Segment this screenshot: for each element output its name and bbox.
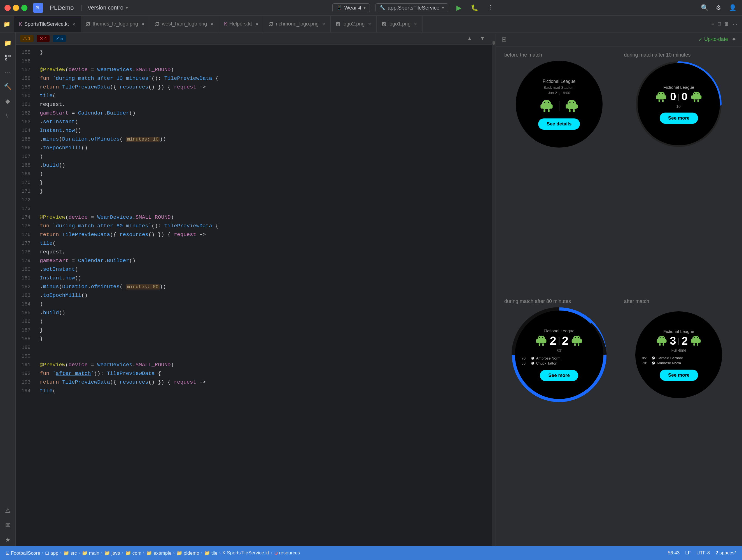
tab-logo1[interactable]: 🖼 logo1.png ✕ xyxy=(377,16,423,33)
code-line-181: Instant.now() xyxy=(40,274,492,283)
svg-rect-19 xyxy=(569,109,571,112)
service-selector[interactable]: 🔧 app.SportsTileService ▾ xyxy=(375,3,448,12)
breadcrumb-footballscore[interactable]: ⊡ FootballScore xyxy=(6,550,40,556)
see-more-button-during80[interactable]: See more xyxy=(540,370,578,381)
file-manager-button[interactable]: 📁 xyxy=(0,16,14,33)
tab-close-logo2[interactable]: ✕ xyxy=(368,22,371,26)
search-icon[interactable]: 🔍 xyxy=(699,3,709,13)
status-right: 56:43 LF UTF-8 2 spaces* xyxy=(668,550,736,556)
breadcrumb-app[interactable]: ⊡ app xyxy=(45,550,58,556)
see-details-button[interactable]: See details xyxy=(538,118,580,130)
code-line-158: fun `during match after 10 minutes`(): T… xyxy=(40,74,492,83)
code-line-185: .build() xyxy=(40,309,492,317)
watch-date-before: Jun 21, 19:00 xyxy=(548,91,570,95)
preview-more-icon[interactable]: ✦ xyxy=(731,36,736,43)
tab-sports-tile[interactable]: K SportsTileService.kt ✕ xyxy=(14,16,81,33)
debug-button[interactable]: 🐛 xyxy=(470,3,480,13)
image-icon-4: 🖼 xyxy=(336,21,340,27)
score-right-during80: 2 xyxy=(562,334,568,348)
sidebar-icon-folder[interactable]: 📁 xyxy=(2,37,14,49)
wear-device-selector[interactable]: 📱 Wear 4 ▾ xyxy=(332,3,370,12)
indent[interactable]: 2 spaces* xyxy=(716,550,736,556)
tab-helpers[interactable]: K Helpers.kt ✕ xyxy=(219,16,264,33)
breadcrumb-pldemo[interactable]: 📁 pldemo xyxy=(176,550,199,556)
settings-icon[interactable]: ⚙ xyxy=(713,3,724,13)
see-more-button-during10[interactable]: See more xyxy=(660,112,698,124)
breadcrumb-file[interactable]: K SportsTileService.kt xyxy=(222,550,269,556)
tab-close-sports-tile[interactable]: ✕ xyxy=(72,22,75,27)
tab-close-west-ham[interactable]: ✕ xyxy=(210,22,214,26)
sidebar-icon-branch[interactable]: ⑂ xyxy=(2,110,14,122)
watch-before: Fictional League Back road Stadium Jun 2… xyxy=(516,61,602,148)
tab-west-ham[interactable]: 🖼 west_ham_logo.png ✕ xyxy=(150,16,219,33)
watch-teams-before xyxy=(539,99,579,113)
sidebar-icon-warn[interactable]: ⚠ xyxy=(2,505,14,517)
svg-rect-72 xyxy=(663,343,664,346)
breadcrumb-main[interactable]: 📁 main xyxy=(82,550,99,556)
info-badge[interactable]: ✓5 xyxy=(53,35,66,42)
sidebar-icon-mail[interactable]: ✉ xyxy=(2,519,14,531)
collapse-down[interactable]: ▼ xyxy=(478,35,487,43)
minute-after: Full-time xyxy=(671,348,686,353)
see-more-button-after[interactable]: See more xyxy=(660,370,698,381)
editor-toolbar: ⚠1 ✕4 ✓5 ▲ ▼ xyxy=(16,33,492,45)
svg-rect-50 xyxy=(538,338,545,343)
sidebar-icon-git[interactable] xyxy=(2,52,14,64)
breadcrumb-tile[interactable]: 📁 tile xyxy=(204,550,217,556)
tab-themes-logo[interactable]: 🖼 themes_fc_logo.png ✕ xyxy=(81,16,150,33)
sidebar-icon-hammer[interactable]: 🔨 xyxy=(2,81,14,93)
minimize-button[interactable] xyxy=(13,5,19,11)
breadcrumb-java[interactable]: 📁 java xyxy=(104,550,120,556)
fullscreen-button[interactable] xyxy=(21,5,28,11)
league-during80: Fictional League xyxy=(544,328,575,333)
team-left-during80 xyxy=(535,335,547,347)
event-1-during80: 70' ⚽ Ambrose Norm xyxy=(521,356,597,360)
tab-close-richmond[interactable]: ✕ xyxy=(322,22,325,26)
tab-close-helpers[interactable]: ✕ xyxy=(255,22,259,26)
code-line-157: @Preview(device = WearDevices.SMALL_ROUN… xyxy=(40,65,492,74)
profile-icon[interactable]: 👤 xyxy=(728,3,738,13)
code-line-183: .toEpochMilli() xyxy=(40,291,492,300)
team-left-after xyxy=(656,335,668,347)
preview-label-before: before the match xyxy=(501,52,542,58)
code-line-155: } xyxy=(40,48,492,57)
code-line-160: tile( xyxy=(40,92,492,100)
image-icon-5: 🖼 xyxy=(382,21,386,27)
breadcrumb-example[interactable]: 📁 example xyxy=(146,550,171,556)
sidebar-icon-star[interactable]: ★ xyxy=(2,534,14,546)
sidebar-icon-diamond[interactable]: ◆ xyxy=(2,95,14,107)
breadcrumb-resources[interactable]: ⊙ resources xyxy=(274,550,300,556)
svg-rect-9 xyxy=(543,109,545,112)
svg-rect-52 xyxy=(542,343,544,346)
minute-during10: 10' xyxy=(676,104,681,109)
code-line-193: return TilePreviewData({ resources() }) … xyxy=(40,378,492,387)
version-control[interactable]: Version control ▾ xyxy=(88,4,128,11)
more-button[interactable]: ⋮ xyxy=(485,3,495,13)
svg-point-2 xyxy=(5,58,7,60)
breadcrumb-src[interactable]: 📁 src xyxy=(63,550,77,556)
breadcrumb-com[interactable]: 📁 com xyxy=(125,550,142,556)
cursor-position[interactable]: 56:43 xyxy=(668,550,680,556)
code-line-190 xyxy=(40,352,492,361)
code-line-187: } xyxy=(40,326,492,335)
tab-close-themes[interactable]: ✕ xyxy=(142,22,145,26)
sidebar-icon-more[interactable]: ⋯ xyxy=(2,66,14,79)
panel-icon[interactable]: ⊞ xyxy=(501,36,507,43)
collapse-up[interactable]: ▲ xyxy=(465,35,474,43)
watch-after: Fictional League xyxy=(635,311,722,398)
run-button[interactable]: ▶ xyxy=(454,3,464,13)
warning-badge[interactable]: ⚠1 xyxy=(20,35,33,42)
tab-logo2[interactable]: 🖼 logo2.png ✕ xyxy=(331,16,377,33)
encoding[interactable]: UTF-8 xyxy=(696,550,710,556)
code-content[interactable]: 155 156 157 158 159 160 161 162 163 164 … xyxy=(16,45,492,546)
editor-scrollbar[interactable] xyxy=(492,33,495,546)
tab-close-logo1[interactable]: ✕ xyxy=(414,22,417,26)
tab-overflow[interactable]: ≡□🗑⋯ xyxy=(707,21,742,27)
tab-richmond[interactable]: 🖼 richmond_logo.png ✕ xyxy=(264,16,331,33)
code-line-176: return TilePreviewData({ resources() }) … xyxy=(40,231,492,239)
close-button[interactable] xyxy=(4,5,11,11)
svg-rect-70 xyxy=(658,338,665,343)
line-sep[interactable]: LF xyxy=(685,550,691,556)
error-badge[interactable]: ✕4 xyxy=(37,35,50,42)
service-chevron: ▾ xyxy=(442,5,444,10)
